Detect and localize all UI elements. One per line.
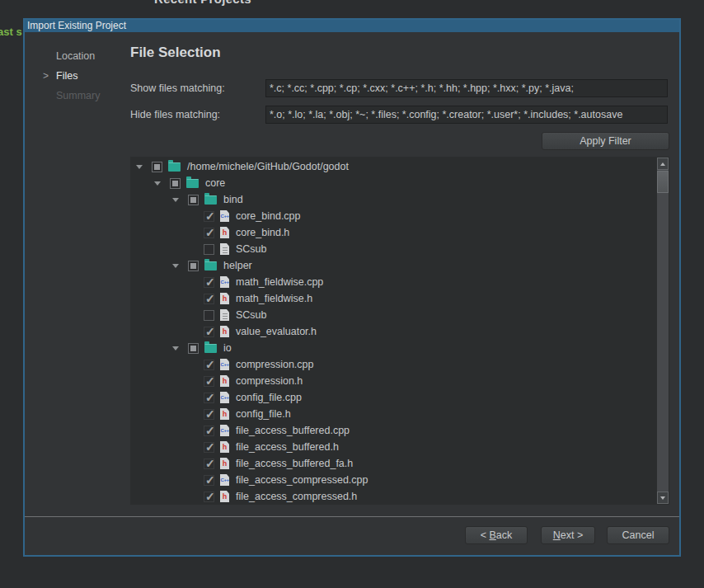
expand-arrow-icon[interactable] <box>172 198 179 202</box>
tree-row[interactable]: hmath_fieldwise.h <box>130 290 657 307</box>
checkbox-checked[interactable] <box>204 475 214 486</box>
cpp-file-icon: C++ <box>220 474 229 486</box>
checkbox-checked[interactable] <box>204 211 214 222</box>
checkbox-unchecked[interactable] <box>204 310 214 321</box>
checkbox-partial[interactable] <box>188 343 199 354</box>
expand-arrow-icon[interactable] <box>136 165 143 169</box>
tree-item-label: core <box>204 177 225 189</box>
cpp-file-icon: C++ <box>220 276 229 288</box>
checkbox-partial[interactable] <box>170 178 181 189</box>
tree-item-label: SCsub <box>235 309 267 321</box>
background-clipped-session-link: ast s <box>0 26 22 38</box>
checkbox-checked[interactable] <box>204 459 214 469</box>
hide-files-input[interactable] <box>265 106 668 124</box>
current-step-chevron-icon: > <box>43 69 49 82</box>
page-title: File Selection <box>130 45 221 61</box>
tree-row[interactable]: /home/michele/GitHub/Godot/godot <box>130 158 657 175</box>
checkbox-checked[interactable] <box>204 409 214 420</box>
header-file-icon: h <box>220 326 229 337</box>
checkbox-checked[interactable] <box>204 277 214 288</box>
checkbox-checked[interactable] <box>204 492 214 502</box>
header-file-icon: h <box>220 491 229 502</box>
scrollbar-thumb[interactable] <box>657 171 669 193</box>
expand-arrow-icon[interactable] <box>172 346 179 350</box>
expand-arrow-icon[interactable] <box>154 181 161 186</box>
checkbox-unchecked[interactable] <box>204 244 214 255</box>
import-existing-project-dialog: Import Existing Project Location > Files… <box>23 18 681 557</box>
header-file-icon: h <box>220 441 229 453</box>
checkbox-checked[interactable] <box>204 294 214 304</box>
tree-row[interactable]: C++compression.cpp <box>130 356 657 373</box>
file-tree[interactable]: /home/michele/GitHub/Godot/godotcorebind… <box>130 157 669 505</box>
show-files-input[interactable] <box>265 79 668 97</box>
wizard-step-location[interactable]: Location <box>56 49 95 63</box>
checkbox-checked[interactable] <box>204 360 214 370</box>
tree-item-label: compression.h <box>235 375 303 387</box>
dialog-titlebar[interactable]: Import Existing Project <box>25 20 679 32</box>
checkbox-checked[interactable] <box>204 327 214 337</box>
header-file-icon: h <box>220 227 229 238</box>
tree-row[interactable]: hvalue_evaluator.h <box>130 323 657 340</box>
checkbox-checked[interactable] <box>204 376 214 387</box>
tree-scrollbar[interactable] <box>657 158 669 504</box>
cpp-file-icon: C++ <box>220 359 229 370</box>
checkbox-checked[interactable] <box>204 426 214 436</box>
apply-filter-button[interactable]: Apply Filter <box>542 132 669 150</box>
tree-row[interactable]: SCsub <box>130 241 657 257</box>
checkbox-checked[interactable] <box>204 393 214 403</box>
folder-icon <box>186 179 199 188</box>
cancel-button[interactable]: Cancel <box>607 526 669 544</box>
tree-row[interactable]: hfile_access_buffered_fa.h <box>130 455 657 472</box>
tree-row[interactable]: hcompression.h <box>130 373 657 389</box>
folder-icon <box>204 261 217 270</box>
tree-item-label: math_fieldwise.h <box>235 293 312 304</box>
checkbox-partial[interactable] <box>188 195 199 205</box>
tree-row[interactable]: C++config_file.cpp <box>130 389 657 406</box>
tree-item-label: value_evaluator.h <box>235 326 317 337</box>
scrollbar-up-button[interactable] <box>657 158 669 170</box>
tree-item-label: math_fieldwise.cpp <box>235 276 323 288</box>
tree-row[interactable]: core <box>130 175 657 191</box>
wizard-step-files[interactable]: > Files <box>56 69 77 82</box>
tree-row[interactable]: io <box>130 340 657 356</box>
tree-row[interactable]: bind <box>130 191 657 208</box>
tree-row[interactable]: hfile_access_compressed.h <box>130 488 657 505</box>
tree-row[interactable]: hcore_bind.h <box>130 224 657 241</box>
back-button[interactable]: < Back <box>465 526 528 544</box>
tree-row[interactable]: C++file_access_compressed.cpp <box>130 472 657 488</box>
tree-row[interactable]: C++file_access_buffered.cpp <box>130 422 657 439</box>
scrollbar-down-button[interactable] <box>657 492 669 504</box>
folder-icon <box>204 344 217 353</box>
expand-arrow-icon[interactable] <box>172 264 179 268</box>
tree-item-label: file_access_buffered.h <box>235 441 339 453</box>
cpp-file-icon: C++ <box>220 392 229 403</box>
wizard-step-label: Files <box>56 70 77 82</box>
checkbox-partial[interactable] <box>152 162 162 172</box>
tree-row[interactable]: helper <box>130 257 657 274</box>
tree-row[interactable]: SCsub <box>130 307 657 323</box>
wizard-step-label: Summary <box>56 90 100 101</box>
cpp-file-icon: C++ <box>220 425 229 436</box>
wizard-step-summary: Summary <box>56 89 100 102</box>
header-file-icon: h <box>220 375 229 387</box>
footer-separator <box>25 516 679 517</box>
tree-item-label: config_file.h <box>235 408 291 420</box>
wizard-step-label: Location <box>56 50 95 62</box>
tree-item-label: config_file.cpp <box>235 392 302 403</box>
tree-row[interactable]: C++math_fieldwise.cpp <box>130 274 657 290</box>
header-file-icon: h <box>220 293 229 304</box>
background-recent-projects-title: Recent Projects <box>154 0 251 6</box>
tree-row[interactable]: C++core_bind.cpp <box>130 208 657 224</box>
folder-icon <box>204 195 217 205</box>
tree-row[interactable]: hfile_access_buffered.h <box>130 439 657 455</box>
header-file-icon: h <box>220 408 229 420</box>
tree-row[interactable]: hconfig_file.h <box>130 406 657 422</box>
checkbox-partial[interactable] <box>188 261 199 271</box>
tree-item-label: compression.cpp <box>235 359 314 370</box>
tree-item-label: /home/michele/GitHub/Godot/godot <box>186 161 349 172</box>
next-button[interactable]: Next > <box>541 526 595 544</box>
generic-file-icon <box>220 309 229 321</box>
checkbox-checked[interactable] <box>204 442 214 453</box>
show-files-label: Show files matching: <box>130 82 225 95</box>
checkbox-checked[interactable] <box>204 228 214 238</box>
